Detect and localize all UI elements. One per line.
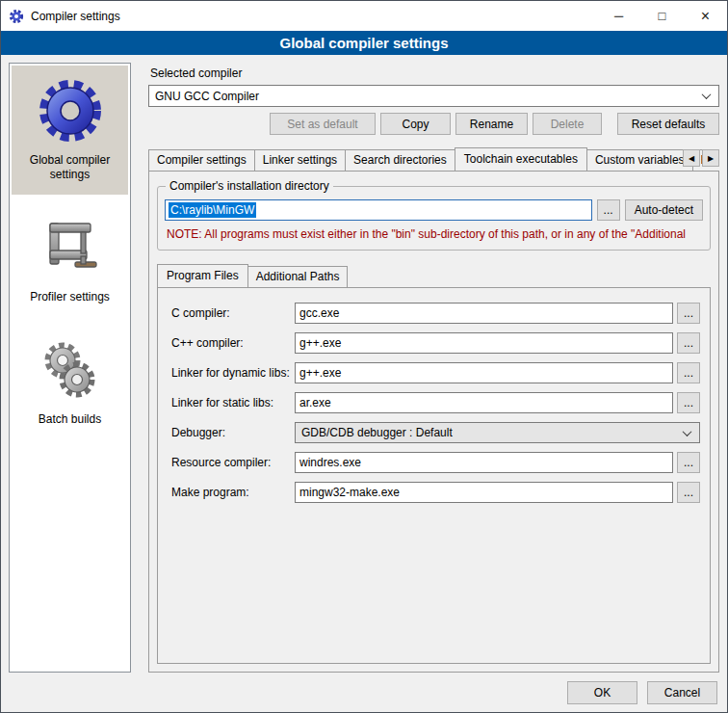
selected-text: C:\raylib\MinGW (169, 202, 256, 218)
compiler-actions: Set as default Copy Rename Delete Reset … (148, 113, 719, 135)
tab-toolchain-executables[interactable]: Toolchain executables (455, 147, 587, 172)
compiler-combobox[interactable]: GNU GCC Compiler (148, 85, 719, 107)
note-text: NOTE: All programs must exist either in … (167, 227, 703, 241)
cpp-compiler-browse-button[interactable]: ... (677, 332, 700, 354)
window-title: Compiler settings (31, 10, 120, 23)
linker-dynamic-browse-button[interactable]: ... (677, 362, 700, 383)
tab-scroll-right-button[interactable]: ▶ (702, 149, 719, 167)
cancel-button[interactable]: Cancel (647, 681, 717, 704)
resource-compiler-label: Resource compiler: (171, 456, 295, 469)
close-button[interactable]: × (684, 1, 727, 31)
c-compiler-label: C compiler: (171, 306, 295, 320)
app-icon (9, 9, 24, 24)
dialog-footer: OK Cancel (1, 673, 727, 712)
c-compiler-browse-button[interactable]: ... (677, 303, 700, 324)
field-row: C compiler: ... (171, 303, 700, 324)
auto-detect-button[interactable]: Auto-detect (625, 199, 703, 221)
ok-button[interactable]: OK (567, 681, 637, 704)
tab-scroll-left-button[interactable]: ◀ (683, 149, 700, 167)
set-as-default-button[interactable]: Set as default (270, 113, 376, 135)
linker-dynamic-label: Linker for dynamic libs: (171, 366, 295, 380)
debugger-combobox[interactable]: GDB/CDB debugger : Default (295, 422, 700, 443)
tab-linker-settings[interactable]: Linker settings (254, 149, 346, 171)
field-row: C++ compiler: ... (171, 332, 700, 354)
tab-search-directories[interactable]: Search directories (345, 149, 455, 171)
make-program-browse-button[interactable]: ... (677, 482, 700, 503)
debugger-label: Debugger: (171, 426, 295, 439)
main-panel: Selected compiler GNU GCC Compiler Set a… (143, 63, 719, 673)
selected-compiler-label: Selected compiler (150, 66, 719, 80)
maximize-button[interactable]: □ (640, 1, 684, 31)
tab-additional-paths[interactable]: Additional Paths (247, 266, 349, 287)
sidebar-item-global-compiler-settings[interactable]: Global compiler settings (12, 66, 128, 195)
blue-gear-icon (37, 77, 104, 145)
sidebar-item-label: Batch builds (39, 412, 101, 427)
sidebar-item-label: Profiler settings (30, 290, 110, 304)
settings-tabstrip: Compiler settings Linker settings Search… (148, 147, 719, 172)
rename-button[interactable]: Rename (455, 113, 528, 135)
field-row: Debugger: GDB/CDB debugger : Default (171, 422, 700, 443)
compiler-combobox-value: GNU GCC Compiler (155, 90, 697, 103)
tab-program-files[interactable]: Program Files (157, 264, 248, 288)
linker-static-label: Linker for static libs: (171, 396, 295, 409)
c-compiler-input[interactable] (295, 303, 673, 324)
resource-compiler-browse-button[interactable]: ... (677, 452, 700, 473)
tab-custom-variables[interactable]: Custom variables (586, 149, 693, 171)
field-row: Resource compiler: ... (171, 452, 700, 473)
debugger-combobox-value: GDB/CDB debugger : Default (301, 426, 678, 439)
field-row: Linker for dynamic libs: ... (171, 362, 700, 383)
field-row: Linker for static libs: ... (171, 392, 700, 413)
browse-directory-button[interactable]: ... (597, 199, 620, 221)
sidebar-item-label: Global compiler settings (14, 153, 125, 182)
chevron-down-icon (702, 90, 712, 99)
sidebar-item-profiler-settings[interactable]: Profiler settings (12, 202, 128, 317)
cpp-compiler-label: C++ compiler: (171, 336, 295, 350)
installation-directory-group-title: Compiler's installation directory (166, 179, 333, 193)
resource-compiler-input[interactable] (295, 452, 673, 473)
sidebar-item-batch-builds[interactable]: Batch builds (12, 325, 128, 439)
chevron-down-icon (683, 427, 692, 436)
installation-directory-input[interactable]: C:\raylib\MinGW (165, 199, 592, 221)
delete-button[interactable]: Delete (533, 113, 602, 135)
dialog-header: Global compiler settings (1, 31, 727, 55)
cpp-compiler-input[interactable] (295, 332, 673, 354)
window-titlebar: Compiler settings ─ □ × (1, 1, 727, 31)
copy-button[interactable]: Copy (380, 113, 451, 135)
program-files-tabstrip: Program Files Additional Paths (157, 264, 711, 288)
gray-gears-icon (37, 336, 104, 404)
linker-static-browse-button[interactable]: ... (677, 392, 700, 413)
clamp-icon (37, 214, 104, 281)
compiler-settings-dialog: Compiler settings ─ □ × Global compiler … (0, 0, 728, 713)
reset-defaults-button[interactable]: Reset defaults (617, 113, 719, 135)
minimize-button[interactable]: ─ (597, 1, 640, 31)
make-program-label: Make program: (171, 486, 295, 499)
field-row: Make program: ... (171, 482, 700, 503)
installation-directory-group: Compiler's installation directory C:\ray… (157, 186, 711, 251)
linker-dynamic-input[interactable] (295, 362, 673, 383)
toolchain-executables-panel: Compiler's installation directory C:\ray… (148, 172, 719, 673)
linker-static-input[interactable] (295, 392, 673, 413)
tab-compiler-settings[interactable]: Compiler settings (148, 149, 255, 171)
program-files-panel: C compiler: ... C++ compiler: ... Linker… (157, 288, 711, 664)
settings-sidebar: Global compiler settings (9, 63, 131, 673)
make-program-input[interactable] (295, 482, 673, 503)
